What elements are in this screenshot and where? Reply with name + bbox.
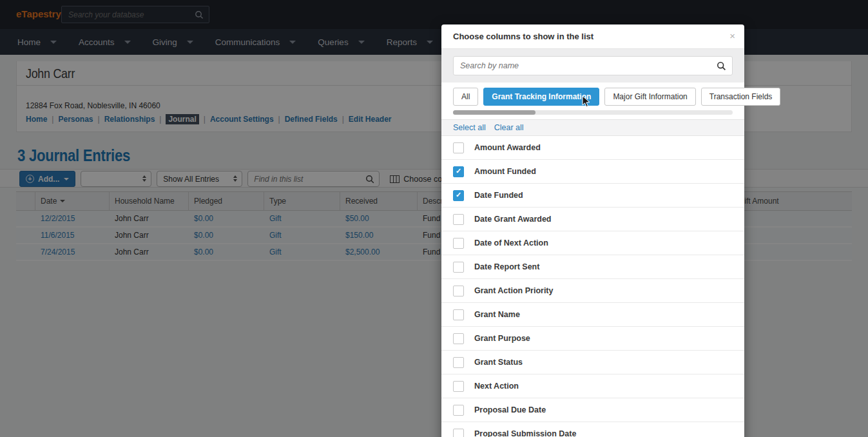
list-item[interactable]: Date Grant Awarded [441,208,744,231]
checkbox[interactable] [453,286,464,296]
list-item[interactable]: Date of Next Action [441,231,744,255]
checkbox[interactable] [453,166,464,177]
filter-major-gift-button[interactable]: Major Gift Information [604,88,695,106]
checkbox[interactable] [453,214,464,225]
category-filter-bar: All Grant Tracking Information Major Gif… [441,83,744,106]
checkbox[interactable] [453,190,464,201]
list-item[interactable]: Grant Purpose [441,327,744,351]
checkbox[interactable] [453,142,464,153]
list-item[interactable]: Grant Name [441,303,744,327]
checkbox[interactable] [453,381,464,392]
clear-all-link[interactable]: Clear all [494,123,524,132]
checkbox[interactable] [453,357,464,368]
filter-all-button[interactable]: All [453,88,478,106]
checkbox[interactable] [453,405,464,416]
list-item[interactable]: Proposal Due Date [441,398,744,422]
list-item[interactable]: Next Action [441,374,744,398]
checkbox[interactable] [453,429,464,437]
horizontal-scrollbar [453,110,733,115]
checkbox[interactable] [453,333,464,344]
list-item[interactable]: Grant Action Priority [441,279,744,303]
checkbox[interactable] [453,262,464,273]
list-item[interactable]: Grant Status [441,351,744,374]
checkbox[interactable] [453,238,464,249]
close-icon[interactable]: × [729,31,735,41]
checkbox[interactable] [453,309,464,320]
select-all-link[interactable]: Select all [453,123,486,132]
list-item[interactable]: Amount Awarded [441,136,744,160]
mouse-cursor-icon [582,95,591,111]
choose-columns-modal: Choose columns to show in the list × All… [441,24,744,437]
search-icon [717,61,726,73]
filter-transaction-fields-button[interactable]: Transaction Fields [701,88,781,106]
column-search-input[interactable] [454,57,732,75]
column-list: Amount Awarded Amount Funded Date Funded… [441,136,744,437]
modal-search-band [441,49,744,83]
list-item[interactable]: Date Report Sent [441,255,744,279]
list-item[interactable]: Amount Funded [441,160,744,184]
scrollbar-thumb[interactable] [453,110,535,115]
modal-title: Choose columns to show in the list [453,32,593,41]
app-window: eTapestry® Home Accounts Giving Communic… [0,0,868,437]
list-item[interactable]: Proposal Submission Date [441,422,744,437]
list-item[interactable]: Date Funded [441,184,744,208]
select-clear-bar: Select all Clear all [441,119,744,136]
